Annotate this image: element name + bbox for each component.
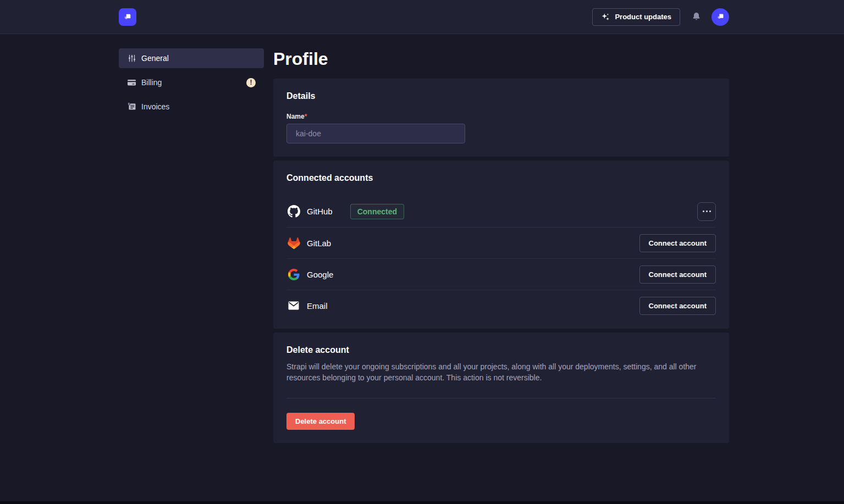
provider-name: Email: [307, 301, 328, 311]
connected-accounts-card: Connected accounts GitHub Connected: [273, 160, 729, 329]
delete-account-card: Delete account Strapi will delete your o…: [273, 333, 729, 443]
connected-status-badge: Connected: [350, 204, 404, 219]
page-title: Profile: [273, 48, 729, 69]
provider-name: GitLab: [307, 239, 331, 248]
product-updates-label: Product updates: [615, 13, 671, 21]
strapi-avatar-icon: [716, 12, 725, 21]
google-icon: [286, 269, 301, 280]
connected-accounts-heading: Connected accounts: [286, 173, 716, 183]
gitlab-icon: [286, 237, 301, 249]
email-connect-button[interactable]: Connect account: [639, 297, 716, 315]
sliders-icon: [127, 54, 136, 63]
divider: [286, 398, 716, 398]
name-field-label: Name*: [286, 113, 716, 120]
delete-account-button[interactable]: Delete account: [286, 413, 355, 430]
product-updates-button[interactable]: Product updates: [592, 8, 680, 26]
sidebar-item-label: Invoices: [141, 102, 169, 111]
strapi-logo[interactable]: [119, 8, 136, 26]
svg-text:$: $: [128, 103, 130, 106]
account-row-google: Google Connect account: [286, 258, 716, 290]
strapi-logo-icon: [123, 12, 133, 22]
window-bottom-edge: [0, 501, 844, 504]
sidebar-item-label: General: [141, 54, 169, 63]
provider-name: Google: [307, 270, 333, 279]
envelope-icon: [286, 301, 301, 310]
account-row-gitlab: GitLab Connect account: [286, 227, 716, 258]
topbar: Product updates: [0, 0, 844, 34]
github-icon: [286, 205, 301, 218]
delete-account-description: Strapi will delete your ongoing subscrip…: [286, 361, 716, 383]
google-connect-button[interactable]: Connect account: [639, 265, 716, 284]
notifications-button[interactable]: [690, 10, 703, 23]
main-panel: Profile Details Name* Connected accounts…: [273, 48, 729, 447]
bell-icon: [691, 12, 702, 22]
gitlab-connect-button[interactable]: Connect account: [639, 234, 716, 252]
account-row-github: GitHub Connected: [286, 196, 716, 227]
required-asterisk: *: [305, 113, 307, 120]
content-area: General Billing ! $: [119, 34, 729, 447]
sidebar-item-label: Billing: [141, 78, 162, 87]
user-avatar[interactable]: [711, 8, 729, 26]
billing-warning-badge: !: [246, 78, 256, 87]
sparkles-icon: [601, 13, 610, 21]
credit-card-icon: [127, 78, 136, 87]
name-input[interactable]: [286, 124, 465, 143]
sidebar-item-billing[interactable]: Billing !: [119, 73, 264, 92]
delete-account-heading: Delete account: [286, 345, 716, 355]
provider-name: GitHub: [307, 207, 333, 216]
details-heading: Details: [286, 91, 716, 101]
sidebar-item-invoices[interactable]: $ Invoices: [119, 97, 264, 117]
github-more-button[interactable]: [697, 202, 716, 221]
details-card: Details Name*: [273, 79, 729, 157]
settings-sidebar: General Billing ! $: [119, 48, 264, 447]
account-row-email: Email Connect account: [286, 290, 716, 321]
invoice-icon: $: [127, 102, 136, 111]
sidebar-item-general[interactable]: General: [119, 48, 264, 68]
